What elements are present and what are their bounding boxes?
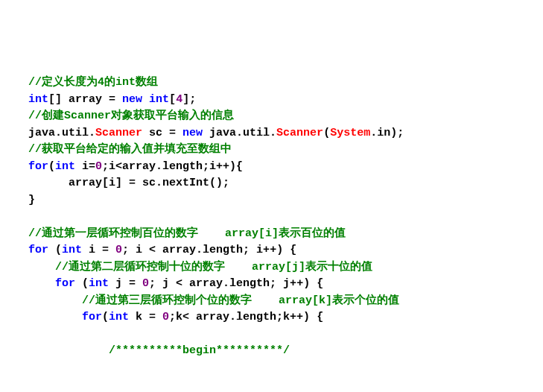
token-pn: (: [323, 127, 330, 139]
code-line: [15, 376, 528, 392]
token-pn: [142, 93, 149, 106]
token-kw: for: [82, 311, 102, 323]
token-ty: Scanner: [95, 127, 142, 139]
token-cm: //创建Scanner对象获取平台输入的信息: [28, 110, 234, 122]
token-pn: array[i] = sc.nextInt();: [69, 177, 229, 189]
token-kw: int: [89, 277, 109, 290]
token-nm: 0: [162, 311, 169, 323]
token-cm: //定义长度为4的int数组: [28, 76, 158, 89]
token-pn: i =: [82, 244, 115, 256]
token-pn: j =: [109, 277, 142, 290]
token-kw: for: [28, 244, 48, 256]
token-pn: k =: [129, 311, 162, 323]
code-line: [15, 209, 528, 226]
indent: [15, 160, 28, 173]
indent: [15, 277, 55, 290]
code-line: /**********begin**********/: [15, 343, 528, 360]
token-kw: new: [182, 127, 203, 139]
token-kw: for: [55, 277, 75, 290]
blank-line: [15, 210, 22, 223]
indent: [15, 311, 82, 323]
code-line: for (int i = 0; i < array.length; i++) {: [15, 242, 528, 259]
indent: [15, 93, 28, 106]
token-pn: (: [75, 277, 89, 290]
token-pn: (: [102, 311, 109, 323]
token-cm: //通过第三层循环控制个位的数字 array[k]表示个位的值: [82, 294, 399, 307]
code-line: //创建Scanner对象获取平台输入的信息: [15, 108, 528, 125]
code-line: array[i] = sc.nextInt();: [15, 175, 528, 192]
code-line: [15, 326, 528, 344]
token-pn: }: [28, 194, 35, 206]
blank-line: [15, 361, 22, 374]
token-id: sc =: [142, 127, 182, 139]
code-line: java.util.Scanner sc = new java.util.Sca…: [15, 125, 528, 142]
code-line: //通过第三层循环控制个位的数字 array[k]表示个位的值: [15, 293, 528, 310]
token-kw: int: [28, 93, 48, 106]
token-id: java.util.: [203, 127, 276, 139]
token-kw: int: [149, 93, 169, 106]
code-line: for(int k = 0;k< array.length;k++) {: [15, 309, 528, 326]
token-pn: i=: [75, 160, 95, 173]
indent: [15, 261, 55, 274]
indent: [15, 177, 69, 189]
token-pn: ; i < array.length; i++) {: [122, 244, 296, 256]
code-line: int[] array = new int[4];: [15, 92, 528, 109]
token-kw: for: [28, 160, 48, 173]
code-line: //通过第一层循环控制百位的数字 array[i]表示百位的值: [15, 226, 528, 243]
code-line: [15, 360, 528, 377]
token-pn: ];: [182, 93, 196, 106]
token-nm: 0: [142, 277, 149, 290]
indent: [15, 194, 28, 206]
indent: [15, 294, 82, 307]
code-line: for(int i=0;i<array.length;i++){: [15, 159, 528, 176]
blank-line: [15, 378, 22, 391]
blank-line: [15, 328, 22, 341]
indent: [15, 244, 28, 256]
indent: [15, 76, 28, 89]
code-line: //获取平台给定的输入值并填充至数组中: [15, 142, 528, 159]
token-pn: ;i<array.length;i++){: [102, 160, 243, 173]
indent: [15, 344, 109, 357]
token-pn: ;k< array.length;k++) {: [169, 311, 323, 323]
token-ty: System: [330, 127, 370, 139]
token-ty: Scanner: [276, 127, 323, 139]
token-kw: int: [62, 244, 82, 256]
token-cm: //获取平台给定的输入值并填充至数组中: [28, 143, 232, 156]
indent: [15, 127, 28, 139]
token-nm: 0: [95, 160, 102, 173]
code-line: //通过第二层循环控制十位的数字 array[j]表示十位的值: [15, 259, 528, 276]
token-pn: .in);: [370, 127, 404, 139]
indent: [15, 110, 28, 122]
code-line: //定义长度为4的int数组: [15, 75, 528, 92]
indent: [15, 143, 28, 156]
token-pn: (: [48, 160, 55, 173]
token-id: java.util.: [28, 127, 95, 139]
token-nm: 0: [115, 244, 122, 256]
indent: [15, 227, 28, 240]
token-pn: [: [169, 93, 176, 106]
code-editor-content: //定义长度为4的int数组 int[] array = new int[4];…: [15, 75, 528, 392]
token-pn: ; j < array.length; j++) {: [149, 277, 323, 290]
token-kw: new: [122, 93, 142, 106]
token-cm: /**********begin**********/: [109, 344, 290, 357]
code-line: for (int j = 0; j < array.length; j++) {: [15, 276, 528, 293]
code-line: }: [15, 192, 528, 209]
token-pn: (: [48, 244, 62, 256]
token-pn: [] array =: [48, 93, 122, 106]
token-kw: int: [55, 160, 75, 173]
token-kw: int: [109, 311, 129, 323]
token-cm: //通过第二层循环控制十位的数字 array[j]表示十位的值: [55, 261, 372, 274]
token-nm: 4: [176, 93, 182, 106]
token-cm: //通过第一层循环控制百位的数字 array[i]表示百位的值: [28, 227, 346, 240]
